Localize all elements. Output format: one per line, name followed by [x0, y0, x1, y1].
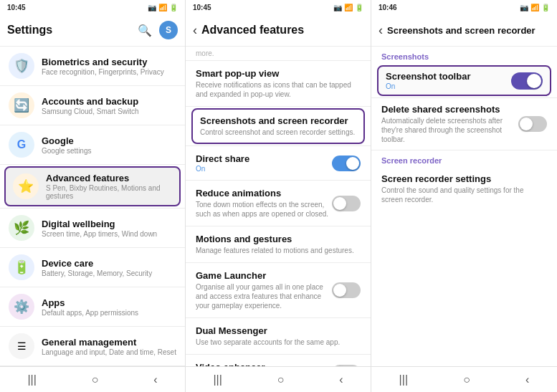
advanced-icon: ⭐ — [13, 173, 39, 199]
reduce-animations-toggle[interactable] — [332, 196, 361, 211]
nav-home-middle[interactable]: ○ — [277, 373, 285, 386]
divider-m1 — [186, 106, 371, 107]
google-icon: G — [9, 132, 34, 158]
status-bar-right: 10:46 📷 📶 🔋 — [371, 0, 557, 14]
settings-panel: 10:45 📷 📶 🔋 Settings 🔍 S 🛡️ Biometrics a… — [0, 0, 186, 392]
wellbeing-title: Digital wellbeing — [42, 219, 176, 229]
accounts-subtitle: Samsung Cloud, Smart Switch — [42, 107, 176, 115]
delete-shared-toggle[interactable] — [518, 116, 547, 132]
screen-recorder-section-label: Screen recorder — [371, 150, 557, 168]
nav-recent-left[interactable]: ||| — [27, 373, 36, 386]
general-subtitle: Language and input, Date and time, Reset — [42, 348, 176, 356]
screenshots-header: ‹ Screenshots and screen recorder — [371, 14, 557, 46]
sidebar-item-biometrics[interactable]: 🛡️ Biometrics and security Face recognit… — [0, 47, 185, 85]
time-right: 10:46 — [379, 4, 397, 11]
advanced-subtitle: S Pen, Bixby Routines, Motions and gestu… — [46, 184, 172, 200]
sidebar-item-advanced[interactable]: ⭐ Advanced features S Pen, Bixby Routine… — [4, 166, 181, 206]
screenshot-toolbar-toggle[interactable] — [511, 72, 543, 90]
status-icons-middle: 📷 📶 🔋 — [333, 4, 363, 11]
accounts-title: Accounts and backup — [42, 96, 176, 107]
device-subtitle: Battery, Storage, Memory, Security — [42, 269, 176, 277]
feature-motions[interactable]: Motions and gestures Manage features rel… — [186, 226, 371, 262]
feature-direct-share[interactable]: Direct share On — [186, 146, 371, 180]
nav-bar-middle: ||| ○ ‹ — [186, 366, 371, 392]
feature-game-launcher[interactable]: Game Launcher Organise all your games al… — [186, 263, 371, 317]
biometrics-icon: 🛡️ — [9, 53, 34, 79]
general-icon: ☰ — [9, 333, 34, 359]
nav-recent-right[interactable]: ||| — [399, 373, 408, 386]
status-bar-left: 10:45 📷 📶 🔋 — [0, 0, 185, 14]
sidebar-item-accounts[interactable]: 🔄 Accounts and backup Samsung Cloud, Sma… — [0, 86, 185, 125]
feature-smart-popup[interactable]: Smart pop-up view Receive notifications … — [186, 61, 371, 106]
screenshot-toolbar-item[interactable]: Screenshot toolbar On — [377, 65, 551, 96]
sidebar-item-general[interactable]: ☰ General management Language and input,… — [0, 327, 185, 365]
wellbeing-icon: 🌿 — [9, 215, 34, 241]
advanced-features-list: more. Smart pop-up view Receive notifica… — [186, 47, 371, 366]
google-subtitle: Google settings — [42, 147, 176, 155]
apps-subtitle: Default apps, App permissions — [42, 309, 176, 317]
accounts-icon: 🔄 — [9, 92, 34, 118]
sidebar-item-apps[interactable]: ⚙️ Apps Default apps, App permissions — [0, 287, 185, 326]
settings-title: Settings — [7, 24, 138, 37]
back-button-middle[interactable]: ‹ — [193, 23, 197, 38]
advanced-title: Advanced features — [46, 173, 172, 183]
nav-back-right[interactable]: ‹ — [525, 373, 529, 386]
advanced-header: ‹ Advanced features — [186, 14, 371, 46]
biometrics-title: Biometrics and security — [42, 57, 176, 67]
general-title: General management — [42, 337, 176, 348]
game-launcher-toggle[interactable] — [332, 282, 361, 298]
sidebar-item-wellbeing[interactable]: 🌿 Digital wellbeing Screen time, App tim… — [0, 209, 185, 247]
status-bar-middle: 10:45 📷 📶 🔋 — [186, 0, 371, 14]
nav-back-left[interactable]: ‹ — [153, 373, 157, 386]
delete-shared-item[interactable]: Delete shared screenshots Automatically … — [371, 98, 557, 150]
divider-3 — [0, 164, 185, 165]
status-icons-left: 📷 📶 🔋 — [148, 4, 178, 11]
feature-reduce-animations[interactable]: Reduce animations Tone down motion effec… — [186, 181, 371, 226]
top-fade-text: more. — [186, 47, 371, 61]
apps-title: Apps — [42, 297, 176, 308]
nav-bar-left: ||| ○ ‹ — [0, 366, 185, 392]
screenshots-title: Screenshots and screen recorder — [387, 25, 550, 36]
advanced-features-panel: 10:45 📷 📶 🔋 ‹ Advanced features more. Sm… — [186, 0, 371, 392]
feature-screenshots[interactable]: Screenshots and screen recorder Control … — [191, 108, 365, 144]
avatar[interactable]: S — [159, 21, 178, 39]
feature-video-enhancer[interactable]: Video enhancer Enhance the image quality… — [186, 355, 371, 366]
video-enhancer-toggle[interactable] — [332, 365, 361, 366]
advanced-features-title: Advanced features — [201, 24, 363, 37]
wellbeing-subtitle: Screen time, App timers, Wind down — [42, 230, 176, 238]
sidebar-item-google[interactable]: G Google Google settings — [0, 125, 185, 164]
time-left: 10:45 — [7, 4, 26, 11]
nav-home-left[interactable]: ○ — [92, 373, 99, 386]
nav-home-right[interactable]: ○ — [463, 373, 470, 386]
recorder-settings-item[interactable]: Screen recorder settings Control the sou… — [371, 168, 557, 210]
nav-bar-right: ||| ○ ‹ — [371, 366, 557, 392]
feature-dual-messenger[interactable]: Dual Messenger Use two separate accounts… — [186, 318, 371, 354]
screenshots-section-label: Screenshots — [371, 47, 557, 64]
screenshots-content: Screenshots Screenshot toolbar On Delete… — [371, 47, 557, 366]
search-icon[interactable]: 🔍 — [138, 24, 152, 37]
apps-icon: ⚙️ — [9, 294, 34, 320]
screenshots-panel: 10:46 📷 📶 🔋 ‹ Screenshots and screen rec… — [371, 0, 557, 392]
device-title: Device care — [42, 258, 176, 269]
header-actions: 🔍 S — [138, 21, 178, 39]
google-title: Google — [42, 135, 176, 146]
status-icons-right: 📷 📶 🔋 — [520, 4, 550, 11]
time-middle: 10:45 — [193, 4, 211, 11]
sidebar-item-device[interactable]: 🔋 Device care Battery, Storage, Memory, … — [0, 248, 185, 287]
nav-back-middle[interactable]: ‹ — [339, 373, 343, 386]
settings-list: 🛡️ Biometrics and security Face recognit… — [0, 47, 185, 366]
back-button-right[interactable]: ‹ — [379, 23, 383, 38]
device-icon: 🔋 — [9, 254, 34, 280]
biometrics-subtitle: Face recognition, Fingerprints, Privacy — [42, 68, 176, 76]
settings-header: Settings 🔍 S — [0, 14, 185, 46]
direct-share-toggle[interactable] — [332, 156, 361, 171]
nav-recent-middle[interactable]: ||| — [213, 373, 222, 386]
